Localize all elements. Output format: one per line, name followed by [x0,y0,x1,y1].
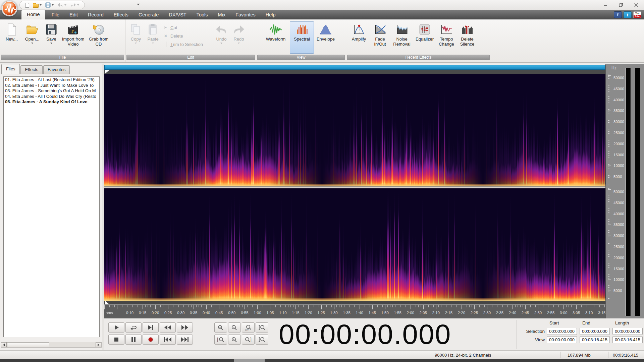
ribbon-group-view: Waveform [256,19,346,62]
envelope-view-button[interactable]: Envelope [314,21,337,54]
file-list-item[interactable]: 04. Etta James - All I Could Do Was Cry … [4,94,99,99]
zoom-vertical-alt-button[interactable] [256,335,268,345]
noise-removal-button[interactable]: Noise Removal [390,21,413,54]
edit-small-buttons: ✂ Cut ✕ Delete Trim to Selection [162,23,213,49]
tab-file[interactable]: File [47,10,64,19]
tempo-change-button[interactable]: Tempo Change [436,21,457,54]
zoom-100-button[interactable]: 100 100 [242,322,255,333]
tab-favorites[interactable]: Favorites [230,10,261,19]
spectral-view-button[interactable]: Spectral [290,21,314,54]
fast-forward-button[interactable] [177,322,193,333]
facebook-icon[interactable]: f [614,11,622,18]
file-list-horizontal-scrollbar[interactable] [1,342,102,348]
equalizer-button[interactable]: Equalizer [413,21,436,54]
qat-redo-button[interactable] [69,1,80,9]
copy-button[interactable]: Copy [127,21,144,54]
delete-button[interactable]: ✕ Delete [162,32,213,40]
triangle-right-icon [98,344,99,346]
redo-button[interactable]: Redo [230,21,248,54]
file-list-item[interactable]: 02. Etta James - I Just Want To Make Lov… [4,82,99,88]
save-button[interactable]: Save [43,21,60,54]
tab-effects[interactable]: Effects [20,65,43,74]
file-list-item[interactable]: 05. Etta James - A Sunday Kind Of Love [4,99,99,105]
zoom-vertical-button[interactable] [256,322,268,333]
fade-in-out-button[interactable]: Fade In/Out [370,21,390,54]
tab-edit[interactable]: Edit [64,10,83,19]
tab-dxvst[interactable]: DX/VST [164,10,191,19]
selection-end-field[interactable]: 00:00:00.000 [580,328,610,335]
zoom-selection-left-button[interactable]: [ [214,335,227,345]
time-tick-label: 1:50 [381,311,388,315]
go-to-start-button[interactable] [160,335,176,345]
waveform-view-button[interactable]: Waveform [262,21,290,54]
app-logo-waveform-icon [3,2,17,16]
new-button[interactable]: New... [2,21,21,54]
pause-button[interactable] [125,335,142,345]
zoom-out-button[interactable] [228,322,241,333]
marker-bar-top[interactable] [104,70,605,74]
scroll-left-button[interactable] [1,342,7,347]
stop-button[interactable] [108,335,124,345]
qat-undo-button[interactable] [57,1,67,9]
tab-help[interactable]: Help [261,10,281,19]
tab-tools[interactable]: Tools [192,10,213,19]
close-button[interactable] [629,0,644,10]
view-start-field[interactable]: 00:00:00.000 [547,336,577,343]
tab-record[interactable]: Record [83,10,109,19]
app-menu-button[interactable] [1,0,17,16]
tab-generate[interactable]: Generate [133,10,164,19]
marker-bar-bottom[interactable] [104,301,605,304]
qat-save-button[interactable] [45,1,54,9]
maximize-button[interactable] [613,0,629,10]
paste-button-label: Paste [147,37,158,42]
time-ruler[interactable]: hms 0:100:150:200:250:300:350:400:450:50… [104,304,605,318]
tab-mix[interactable]: Mix [213,10,231,19]
spectrogram-channel-2[interactable] [104,188,605,301]
selection-length-field[interactable]: 00:00:00.000 [612,328,643,335]
delete-silence-button[interactable]: Delete Silence [457,21,478,54]
qat-open-button[interactable] [32,1,42,9]
playhead-marker-top-icon[interactable] [105,70,109,74]
trim-to-selection-button[interactable]: Trim to Selection [162,40,213,49]
qat-customize-button[interactable] [136,2,141,8]
youtube-icon[interactable]: You Tube [633,11,641,18]
qat-new-button[interactable] [24,1,30,9]
record-button[interactable] [143,335,159,345]
time-tick-label: 1:30 [330,311,337,315]
scrollbar-thumb[interactable] [7,342,49,347]
tab-favorites[interactable]: Favorites [43,65,70,74]
playhead-marker-bottom-icon[interactable] [105,301,109,304]
undo-button[interactable]: Undo [213,21,230,54]
grab-from-cd-button[interactable]: Grab from CD [87,21,111,54]
zoom-vertical-icon [258,324,266,330]
paste-button[interactable]: Paste [144,21,162,54]
amplify-button[interactable]: Amplify [348,21,370,54]
scroll-right-button[interactable] [96,342,101,347]
trim-icon [163,42,168,47]
tab-effects[interactable]: Effects [109,10,133,19]
play-button[interactable] [108,322,124,333]
play-to-end-button[interactable] [143,322,159,333]
cut-button[interactable]: ✂ Cut [162,23,213,32]
minimize-button[interactable] [598,0,613,10]
file-list-item[interactable]: 01. Etta James - At Last (Restored Editi… [4,77,99,82]
twitter-icon[interactable]: t [624,11,632,18]
file-list-item[interactable]: 03. Etta James - Something's Got A Hold … [4,88,99,94]
go-to-end-button[interactable] [177,335,193,345]
main-time-display: 00:00:00.000 [279,318,451,350]
view-length-field[interactable]: 00:03:16.415 [612,336,643,343]
overview-position-bar[interactable] [104,65,605,70]
loop-button[interactable] [125,322,142,333]
tab-files[interactable]: Files [1,64,20,74]
open-button[interactable]: Open... [21,21,43,54]
rewind-button[interactable] [160,322,176,333]
zoom-in-button[interactable] [214,322,227,333]
tab-home[interactable]: Home [21,10,45,19]
import-from-video-button[interactable]: ♪ Import from Video [60,21,87,54]
zoom-in-alt-button[interactable] [228,335,241,345]
selection-start-field[interactable]: 00:00:00.000 [547,328,577,335]
chevron-down-icon [31,43,33,44]
spectrogram-channel-1[interactable] [104,74,605,186]
zoom-selection-right-button[interactable]: ] [242,335,255,345]
view-end-field[interactable]: 00:03:16.415 [580,336,610,343]
